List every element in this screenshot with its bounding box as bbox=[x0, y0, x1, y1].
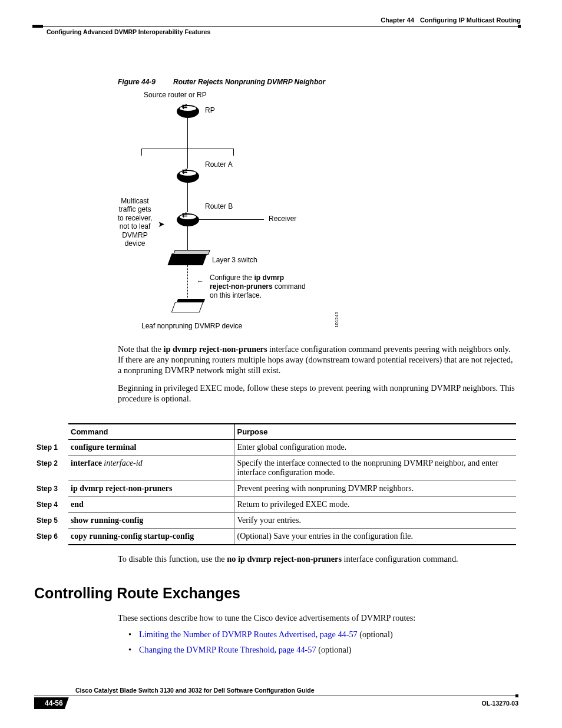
fig-line bbox=[187, 183, 188, 212]
step-label: Step 4 bbox=[34, 497, 68, 513]
purpose-cell: Return to privileged EXEC mode. bbox=[234, 497, 516, 513]
cmd-cell: show running-config bbox=[68, 513, 234, 529]
para1-pre: Note that the bbox=[118, 344, 163, 354]
fig-cfg-b1: ip dvmrp bbox=[254, 274, 284, 282]
th-purpose: Purpose bbox=[234, 424, 516, 440]
list-item-post: (optional) bbox=[316, 645, 352, 654]
fig-line bbox=[187, 149, 188, 169]
figure-title-text: Router Rejects Nonpruning DVMRP Neighbor bbox=[173, 78, 325, 86]
fig-leaf-label: Leaf nonpruning DVMRP device bbox=[141, 322, 242, 330]
fig-left-note-l4: not to leaf bbox=[120, 222, 151, 230]
purpose-cell: Verify your entries. bbox=[234, 513, 516, 529]
steps-table-wrap: Command Purpose Step 1 configure termina… bbox=[34, 423, 516, 545]
cmd-bold: ip dvmrp reject-non-pruners bbox=[71, 484, 172, 493]
fig-left-note: Multicast traffic gets to receiver, not … bbox=[114, 197, 156, 248]
fig-source-label: Source router or RP bbox=[144, 91, 207, 99]
figure-label: Figure 44-9 bbox=[118, 78, 156, 86]
fig-cfg-pre: Configure the bbox=[210, 274, 254, 282]
fig-l3-label: Layer 3 switch bbox=[212, 256, 257, 264]
fig-routera-label: Router A bbox=[205, 160, 233, 169]
cmd-bold: copy running-config startup-config bbox=[71, 532, 194, 541]
section-title: Configuring Advanced DVMRP Interoperabil… bbox=[47, 28, 210, 35]
purpose-cell: Specify the interface connected to the n… bbox=[234, 456, 516, 481]
table-body: Step 1 configure terminal Enter global c… bbox=[34, 440, 516, 545]
fig-routerb-label: Router B bbox=[205, 202, 233, 210]
para1-bold: ip dvmrp reject-non-pruners bbox=[163, 344, 267, 354]
fig-rp-label: RP bbox=[205, 106, 215, 114]
paragraph-3: To disable this function, use the no ip … bbox=[118, 554, 516, 565]
fig-line bbox=[233, 149, 234, 156]
paragraph-1: Note that the ip dvmrp reject-non-pruner… bbox=[118, 344, 516, 376]
table-row: Step 1 configure terminal Enter global c… bbox=[34, 440, 516, 456]
bullet-list: Limiting the Number of DVMRP Routes Adve… bbox=[128, 630, 516, 660]
page-number-badge: 44-56 bbox=[34, 697, 69, 709]
fig-imgid: 101245 bbox=[334, 312, 339, 328]
cmd-cell: copy running-config startup-config bbox=[68, 529, 234, 545]
fig-left-note-l1: Multicast bbox=[121, 197, 148, 205]
cmd-bold: show running-config bbox=[71, 516, 143, 525]
chapter-num: Chapter 44 bbox=[381, 17, 414, 24]
fig-left-note-l3: to receiver, bbox=[118, 214, 153, 222]
table-row: Step 3 ip dvmrp reject-non-pruners Preve… bbox=[34, 481, 516, 497]
fig-line bbox=[199, 219, 264, 220]
arrow-icon: ← bbox=[197, 277, 204, 285]
cmd-cell: interface interface-id bbox=[68, 456, 234, 481]
cmd-cell: configure terminal bbox=[68, 440, 234, 456]
link-route-threshold[interactable]: Changing the DVMRP Route Threshold, page… bbox=[139, 645, 316, 654]
purpose-cell: Enter global configuration mode. bbox=[234, 440, 516, 456]
step-label: Step 3 bbox=[34, 481, 68, 497]
header-rule bbox=[32, 26, 521, 27]
th-command: Command bbox=[68, 424, 234, 440]
fig-dashed-line bbox=[187, 265, 188, 301]
heading-controlling-route-exchanges: Controlling Route Exchanges bbox=[34, 585, 240, 602]
step-label: Step 6 bbox=[34, 529, 68, 545]
fig-cfg-b2: reject-non-pruners bbox=[210, 282, 273, 291]
fig-left-note-l2: traffic gets bbox=[118, 205, 151, 213]
leaf-device-icon bbox=[171, 302, 204, 312]
step-label: Step 2 bbox=[34, 456, 68, 481]
cmd-bold: configure terminal bbox=[71, 443, 136, 452]
cmd-cell: end bbox=[68, 497, 234, 513]
table-row: Step 2 interface interface-id Specify th… bbox=[34, 456, 516, 481]
fig-receiver-label: Receiver bbox=[269, 215, 296, 223]
arrow-left-icon: ➤ bbox=[158, 219, 165, 229]
purpose-cell: Prevent peering with nonpruning DVMRP ne… bbox=[234, 481, 516, 497]
table-row: Step 6 copy running-config startup-confi… bbox=[34, 529, 516, 545]
cmd-cell: ip dvmrp reject-non-pruners bbox=[68, 481, 234, 497]
cmd-bold: end bbox=[71, 500, 84, 509]
steps-table: Command Purpose Step 1 configure termina… bbox=[34, 423, 516, 545]
para3-pre: To disable this function, use the bbox=[118, 554, 227, 564]
th-blank bbox=[34, 424, 68, 440]
router-a-icon bbox=[177, 170, 199, 183]
purpose-cell: (Optional) Save your entries in the conf… bbox=[234, 529, 516, 545]
paragraph-4: These sections describe how to tune the … bbox=[118, 613, 516, 624]
list-item: Limiting the Number of DVMRP Routes Adve… bbox=[128, 630, 516, 640]
fig-cfg-post: command bbox=[273, 282, 306, 291]
table-row: Step 4 end Return to privileged EXEC mod… bbox=[34, 497, 516, 513]
footer-rule bbox=[34, 696, 518, 696]
fig-line bbox=[141, 149, 142, 156]
router-b-icon bbox=[177, 213, 199, 226]
rp-router-icon bbox=[177, 105, 199, 118]
fig-left-note-l5: DVMRP bbox=[122, 231, 147, 239]
doc-id: OL-13270-03 bbox=[482, 700, 518, 707]
list-item: Changing the DVMRP Route Threshold, page… bbox=[128, 645, 516, 655]
para3-bold: no ip dvmrp reject-non-pruners bbox=[227, 554, 342, 564]
cmd-italic: interface-id bbox=[104, 459, 142, 467]
step-label: Step 5 bbox=[34, 513, 68, 529]
paragraph-2: Beginning in privileged EXEC mode, follo… bbox=[118, 383, 516, 404]
fig-config-note: Configure the ip dvmrp reject-non-pruner… bbox=[210, 274, 328, 300]
footer-guide-title: Cisco Catalyst Blade Switch 3130 and 303… bbox=[75, 687, 315, 694]
fig-line bbox=[187, 118, 188, 149]
table-row: Step 5 show running-config Verify your e… bbox=[34, 513, 516, 529]
link-limiting-routes[interactable]: Limiting the Number of DVMRP Routes Adve… bbox=[139, 630, 358, 639]
fig-left-note-l6: device bbox=[125, 239, 146, 248]
page-header: Configuring Advanced DVMRP Interoperabil… bbox=[32, 17, 521, 24]
para3-post: interface configuration command. bbox=[342, 554, 458, 564]
layer3-switch-icon bbox=[167, 253, 207, 265]
figure-caption: Figure 44-9Router Rejects Nonpruning DVM… bbox=[118, 78, 325, 86]
figure-diagram: Source router or RP RP Router A Router B… bbox=[118, 88, 412, 336]
cmd-bold: interface bbox=[71, 459, 104, 467]
chapter-title: Configuring IP Multicast Routing bbox=[420, 17, 521, 24]
fig-cfg-l3: on this interface. bbox=[210, 291, 262, 299]
